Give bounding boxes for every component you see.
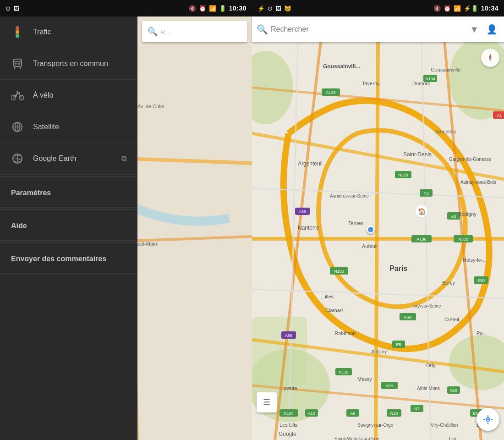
drawer-item-google-earth[interactable]: Google Earth ⧉ [0, 143, 137, 175]
drawer-item-trafic[interactable]: Trafic [0, 16, 137, 48]
svg-text:Argenteuil: Argenteuil [298, 160, 323, 167]
status-icons-right-left: ⚡ ⊙ 🖼 😺 [257, 5, 291, 12]
svg-text:A6B: A6B [404, 315, 411, 319]
svg-text:Antony: Antony [371, 349, 387, 354]
drawer-item-satellite[interactable]: Satellite [0, 111, 137, 143]
search-icon-right: 🔍 [257, 24, 268, 35]
image-status-icon: 🖼 [275, 5, 281, 12]
svg-text:Bobigny: Bobigny [458, 211, 477, 217]
svg-text:Asnières-sur-Seine: Asnières-sur-Seine [330, 193, 369, 198]
svg-point-133 [487, 418, 489, 420]
svg-text:Taverny: Taverny [362, 81, 380, 86]
svg-point-6 [16, 27, 19, 30]
svg-text:N302: N302 [458, 237, 468, 242]
bike-icon [11, 89, 24, 102]
battery-icon: 🔋 [219, 5, 226, 12]
svg-point-127 [489, 57, 491, 59]
svg-text:N3: N3 [423, 191, 429, 196]
search-text-peek: R... [160, 28, 171, 36]
svg-text:Ternes: Ternes [348, 220, 364, 226]
hamburger-icon-right: ☰ [263, 397, 270, 407]
svg-text:Sarcelles: Sarcelles [435, 129, 456, 134]
hamburger-btn-right[interactable]: ☰ [257, 392, 277, 412]
svg-text:A3: A3 [451, 214, 456, 219]
alarm-icon: ⏰ [199, 5, 206, 12]
feedback-label: Envoyer des commentaires [11, 255, 106, 263]
svg-text:N185: N185 [334, 269, 344, 274]
svg-text:N19: N19 [450, 388, 458, 393]
svg-text:Clamart: Clamart [325, 308, 343, 313]
drawer-item-feedback[interactable]: Envoyer des commentaires [0, 245, 137, 274]
svg-text:A6: A6 [350, 411, 355, 416]
status-bar-right: ⚡ ⊙ 🖼 😺 🔇 ⏰ 📶 ⚡🔋 10:34 [252, 0, 504, 16]
google-earth-icon [11, 152, 24, 165]
svg-text:Ivry-sur-Seine: Ivry-sur-Seine [412, 303, 441, 308]
divider-1 [0, 176, 137, 177]
compass-button[interactable] [481, 49, 499, 67]
location-status-icon: ⊙ [268, 5, 273, 12]
svg-text:Goussainvill...: Goussainvill... [323, 63, 360, 70]
parametres-label: Paramètres [11, 189, 51, 197]
svg-text:Bercy: Bercy [442, 280, 455, 286]
filter-icon[interactable]: ▼ [467, 24, 482, 35]
svg-line-31 [376, 42, 378, 440]
google-earth-label: Google Earth [33, 154, 112, 163]
svg-text:Auteuil: Auteuil [362, 243, 378, 249]
svg-text:Paris: Paris [389, 264, 407, 272]
account-icon[interactable]: 👤 [484, 24, 499, 35]
drawer-item-velo[interactable]: À vélo [0, 80, 137, 111]
svg-text:...yvette: ...yvette [279, 385, 297, 391]
svg-text:N104: N104 [284, 411, 294, 416]
drawer-item-transports[interactable]: Transports en commun [0, 48, 137, 80]
svg-text:Goussainville: Goussainville [431, 67, 460, 72]
search-bar-peek[interactable]: 🔍 R... [142, 21, 247, 42]
usb-icon: ⚡ [257, 5, 265, 12]
svg-text:Les Ulis: Les Ulis [279, 422, 298, 428]
drawer-item-parametres[interactable]: Paramètres [0, 179, 137, 208]
svg-text:Evr...: Evr... [449, 436, 460, 440]
svg-text:Domont: Domont [412, 81, 430, 86]
svg-text:Aulnay-sous-Bois: Aulnay-sous-Bois [460, 180, 496, 185]
satellite-icon [11, 121, 24, 133]
svg-point-17 [18, 92, 20, 94]
svg-text:Robinson: Robinson [334, 330, 356, 336]
trafic-label: Trafic [33, 28, 126, 36]
svg-text:Noisy-le-...: Noisy-le-... [463, 257, 487, 263]
navigation-drawer: Trafic Transports en commun [0, 16, 137, 440]
battery-status-icon: ⚡🔋 [464, 5, 478, 12]
svg-text:A86: A86 [299, 209, 306, 214]
aide-label: Aide [11, 222, 27, 230]
svg-text:N328: N328 [398, 173, 408, 177]
satellite-label: Satellite [33, 123, 126, 131]
svg-text:Savigny-sur-Orge: Savigny-sur-Orge [357, 423, 394, 428]
location-dot [367, 226, 375, 234]
wifi-icon: 📶 [209, 5, 216, 12]
left-phone: ⊙ 🖼 🔇 ⏰ 📶 🔋 10:30 Av. de Colm Rueil-Malm [0, 0, 252, 440]
svg-text:E50: E50 [477, 278, 485, 283]
search-input-right[interactable] [271, 25, 464, 33]
velo-label: À vélo [33, 91, 126, 99]
divider-2 [0, 209, 137, 210]
right-phone: ⚡ ⊙ 🖼 😺 🔇 ⏰ 📶 ⚡🔋 10:34 🔍 ▼ 👤 [252, 0, 504, 440]
my-location-button[interactable] [477, 408, 499, 431]
map-search-bar[interactable]: 🔍 ▼ 👤 [252, 16, 504, 42]
svg-text:Créteil: Créteil [444, 317, 459, 322]
svg-text:A1: A1 [497, 113, 502, 118]
trafic-icon [11, 26, 24, 38]
divider-3 [0, 242, 137, 243]
wifi-status-icon: 📶 [454, 5, 461, 12]
svg-text:Massy: Massy [357, 376, 372, 382]
svg-text:A6A: A6A [385, 384, 393, 388]
svg-text:Saint-Michel-sur-Orge: Saint-Michel-sur-Orge [334, 436, 379, 440]
map-container[interactable]: A115 N104 A86 N328 N3 A3 [252, 42, 504, 440]
svg-text:Po...: Po... [477, 330, 487, 336]
svg-text:Nanterre: Nanterre [298, 225, 319, 231]
google-logo-right: Google [279, 431, 296, 437]
drawer-item-aide[interactable]: Aide [0, 212, 137, 241]
svg-point-18 [16, 91, 18, 93]
svg-text:N118: N118 [339, 370, 349, 374]
image-icon: 🖼 [13, 5, 19, 12]
mute-status-icon: 🔇 [433, 5, 441, 12]
svg-text:A186: A186 [416, 237, 426, 242]
mute-icon: 🔇 [189, 5, 196, 12]
